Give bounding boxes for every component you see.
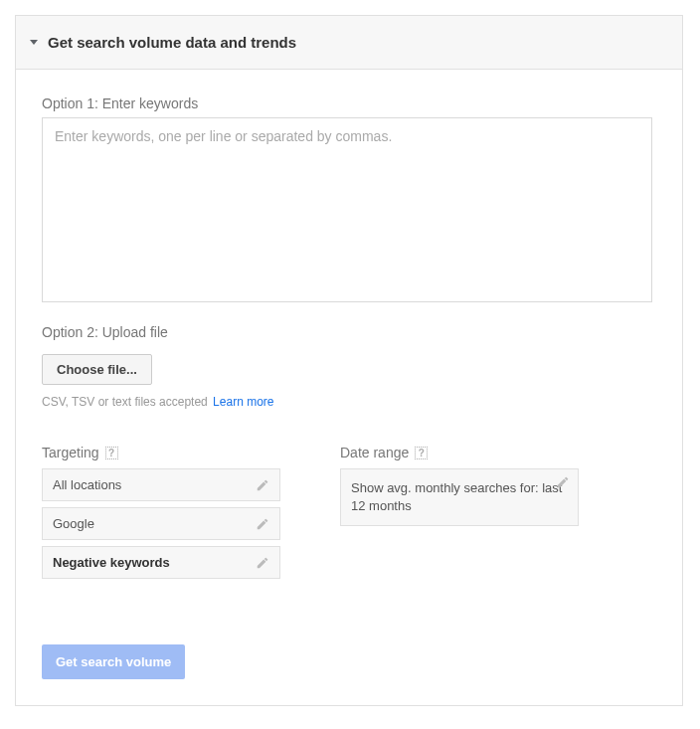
targeting-column: Targeting ? All locations Google Negativ… [42, 445, 280, 585]
date-range-heading: Date range ? [340, 445, 579, 460]
locations-selector[interactable]: All locations [42, 468, 280, 501]
network-value: Google [53, 516, 94, 531]
learn-more-link[interactable]: Learn more [213, 395, 273, 409]
date-range-selector[interactable]: Show avg. monthly searches for: last 12 … [340, 468, 579, 526]
panel-header[interactable]: Get search volume data and trends [16, 16, 682, 70]
date-range-value: Show avg. monthly searches for: last 12 … [351, 480, 562, 513]
settings-columns: Targeting ? All locations Google Negativ… [42, 445, 656, 585]
pencil-icon [256, 478, 269, 492]
network-selector[interactable]: Google [42, 507, 280, 540]
caret-down-icon [30, 40, 38, 45]
targeting-label: Targeting [42, 445, 99, 460]
pencil-icon [256, 556, 269, 570]
date-range-column: Date range ? Show avg. monthly searches … [340, 445, 579, 585]
file-hint-text: CSV, TSV or text files accepted [42, 395, 208, 409]
file-hint: CSV, TSV or text files accepted Learn mo… [42, 395, 656, 409]
negative-keywords-value: Negative keywords [53, 555, 170, 570]
keyword-planner-panel: Get search volume data and trends Option… [15, 15, 683, 706]
help-icon[interactable]: ? [105, 447, 118, 459]
pencil-icon [256, 517, 269, 531]
negative-keywords-selector[interactable]: Negative keywords [42, 546, 280, 579]
panel-title: Get search volume data and trends [48, 34, 296, 51]
get-search-volume-button[interactable]: Get search volume [42, 644, 185, 679]
option1-label: Option 1: Enter keywords [42, 95, 656, 111]
date-range-label: Date range [340, 445, 409, 460]
help-icon[interactable]: ? [415, 447, 428, 459]
panel-body: Option 1: Enter keywords Option 2: Uploa… [16, 70, 682, 705]
pencil-icon [556, 475, 570, 489]
keywords-input[interactable] [42, 117, 652, 302]
choose-file-button[interactable]: Choose file... [42, 354, 152, 385]
option2-section: Option 2: Upload file Choose file... CSV… [42, 324, 656, 409]
locations-value: All locations [53, 477, 121, 492]
targeting-heading: Targeting ? [42, 445, 280, 460]
option2-label: Option 2: Upload file [42, 324, 656, 340]
